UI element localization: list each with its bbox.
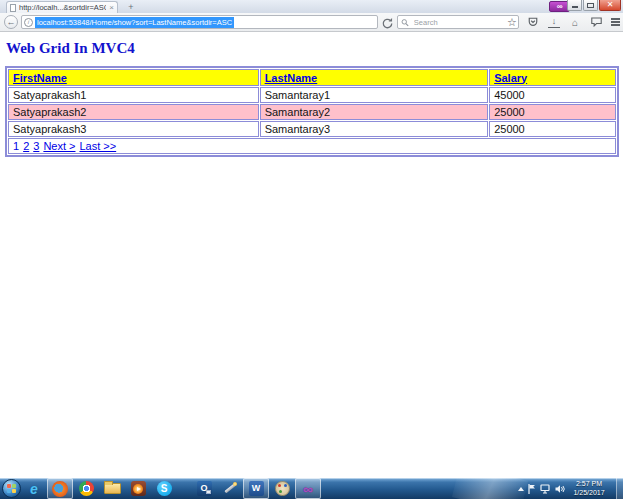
header-salary: Salary [489, 69, 616, 86]
hello-icon[interactable] [590, 16, 602, 28]
cell-firstname: Satyaprakash2 [8, 104, 259, 120]
cell-salary: 25000 [489, 121, 616, 137]
show-hidden-icons-icon[interactable] [518, 487, 524, 491]
maximize-button[interactable] [583, 0, 598, 11]
cell-salary: 45000 [489, 87, 616, 103]
grid-footer-row: 123Next >Last >> [8, 138, 616, 154]
taskbar-clock[interactable]: 2:57 PM 1/25/2017 [569, 480, 609, 497]
window-controls: ✕ [567, 0, 621, 11]
taskbar-item-file-explorer[interactable] [99, 478, 125, 499]
wand-icon [223, 481, 238, 496]
desktop: http://localh...&sortdir=ASC × + ∞ ✕ ← i… [0, 0, 623, 499]
sort-firstname-link[interactable]: FirstName [13, 72, 67, 84]
media-player-icon [131, 481, 146, 496]
sort-salary-link[interactable]: Salary [494, 72, 527, 84]
new-tab-button[interactable]: + [123, 2, 139, 12]
cell-lastname: Samantaray3 [260, 121, 489, 137]
search-bar[interactable] [397, 15, 519, 29]
cell-lastname: Samantaray2 [260, 104, 489, 120]
page-3-link[interactable]: 3 [33, 140, 39, 152]
cell-firstname: Satyaprakash1 [8, 87, 259, 103]
pagination: 123Next >Last >> [13, 140, 120, 152]
page-title: Web Grid In MVC4 [6, 40, 623, 57]
taskbar-item-snipping-wand[interactable] [217, 478, 243, 499]
outlook-icon: O [197, 481, 212, 496]
taskbar-item-word[interactable]: W [243, 478, 269, 499]
tab-title: http://localh...&sortdir=ASC [19, 3, 106, 12]
url-text-selected[interactable]: localhost:53848/Home/show?sort=LastName&… [35, 17, 234, 28]
taskbar-item-media-player[interactable] [125, 478, 151, 499]
taskbar-item-chrome[interactable] [73, 478, 99, 499]
chrome-icon [79, 481, 94, 496]
search-input[interactable] [412, 17, 515, 28]
reload-button[interactable] [381, 16, 394, 29]
cell-firstname: Satyaprakash3 [8, 121, 259, 137]
cell-salary: 25000 [489, 104, 616, 120]
table-row: Satyaprakash3 Samantaray3 25000 [8, 121, 616, 137]
header-firstname: FirstName [8, 69, 259, 86]
grid-header-row: FirstName LastName Salary [8, 69, 616, 86]
next-page-link[interactable]: Next > [43, 140, 75, 152]
header-lastname: LastName [260, 69, 489, 86]
search-icon [401, 18, 409, 27]
downloads-icon[interactable]: ↓ [548, 17, 560, 28]
browser-tab-strip: http://localh...&sortdir=ASC × + ∞ ✕ [0, 0, 623, 13]
tab-close-icon[interactable]: × [109, 4, 114, 12]
navigation-toolbar: ← i localhost:53848/Home/show?sort=LastN… [0, 13, 623, 32]
site-info-icon[interactable]: i [24, 18, 33, 27]
taskbar-item-firefox[interactable] [47, 478, 73, 499]
folder-icon [104, 483, 121, 494]
system-tray: 2:57 PM 1/25/2017 [518, 478, 623, 499]
close-button[interactable]: ✕ [599, 0, 621, 11]
bookmark-star-icon[interactable]: ☆ [506, 16, 518, 28]
minimize-button[interactable] [567, 0, 582, 11]
taskbar-item-visual-studio[interactable]: ∞ [295, 478, 321, 499]
back-button[interactable]: ← [4, 15, 18, 29]
toolbar-actions: ☆ ↓ ⌂ [506, 15, 622, 29]
url-bar[interactable]: i localhost:53848/Home/show?sort=LastNam… [21, 15, 378, 29]
menu-icon[interactable] [611, 18, 620, 26]
table-row: Satyaprakash1 Samantaray1 45000 [8, 87, 616, 103]
page-current: 1 [13, 140, 19, 152]
maximize-icon [587, 3, 594, 8]
clock-date: 1/25/2017 [569, 489, 609, 498]
table-row-highlighted: Satyaprakash2 Samantaray2 25000 [8, 104, 616, 120]
pocket-icon[interactable] [527, 16, 539, 28]
page-2-link[interactable]: 2 [23, 140, 29, 152]
page-favicon-icon [10, 4, 16, 12]
home-icon[interactable]: ⌂ [569, 16, 581, 28]
taskbar-item-outlook[interactable]: O [191, 478, 217, 499]
action-center-flag-icon[interactable] [528, 484, 536, 494]
minimize-icon [572, 6, 578, 8]
page-content: Web Grid In MVC4 FirstName LastName Sala… [0, 32, 623, 478]
visual-studio-icon: ∞ [303, 482, 313, 496]
web-grid: FirstName LastName Salary Satyaprakash1 … [5, 66, 619, 157]
word-icon: W [249, 481, 264, 496]
sort-lastname-link[interactable]: LastName [265, 72, 318, 84]
taskbar-item-internet-explorer[interactable]: e [21, 478, 47, 499]
windows-taskbar: e S O W ∞ 2:57 PM 1/25/2017 [0, 478, 623, 499]
network-icon[interactable] [540, 484, 551, 494]
internet-explorer-icon: e [30, 482, 38, 496]
taskbar-item-paint[interactable] [269, 478, 295, 499]
clock-time: 2:57 PM [569, 480, 609, 489]
browser-tab-active[interactable]: http://localh...&sortdir=ASC × [6, 1, 118, 13]
firefox-icon [52, 481, 68, 497]
skype-icon: S [157, 481, 172, 496]
volume-icon[interactable] [555, 484, 565, 494]
start-button[interactable] [2, 479, 21, 498]
cell-lastname: Samantaray1 [260, 87, 489, 103]
paint-icon [275, 481, 290, 496]
taskbar-item-skype[interactable]: S [151, 478, 177, 499]
show-desktop-button[interactable] [616, 478, 623, 499]
last-page-link[interactable]: Last >> [79, 140, 116, 152]
